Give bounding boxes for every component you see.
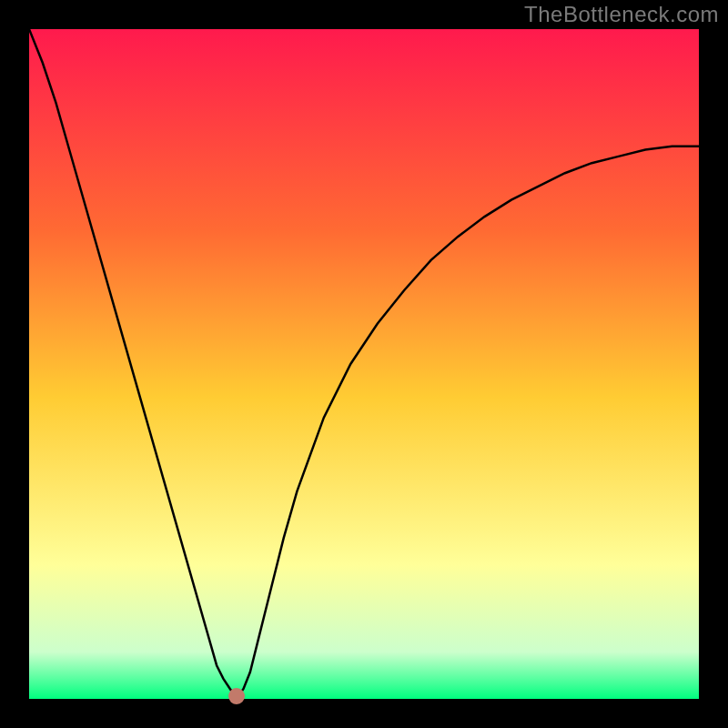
plot-area — [29, 29, 699, 699]
minimum-marker — [228, 688, 245, 704]
watermark-text: TheBottleneck.com — [524, 2, 719, 27]
chart-frame: TheBottleneck.com — [0, 0, 728, 728]
bottleneck-curve — [29, 29, 699, 699]
